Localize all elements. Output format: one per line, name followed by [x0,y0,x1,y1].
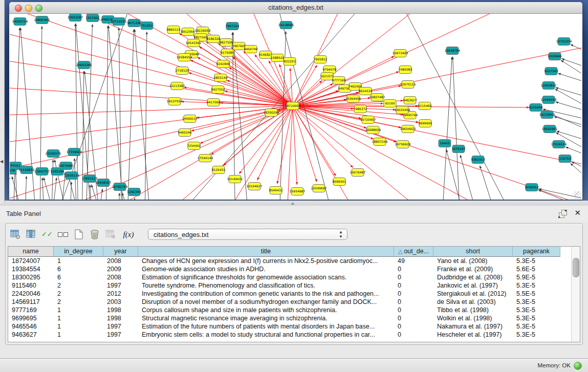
graph-node[interactable]: 9361913 [471,156,485,164]
graph-node[interactable]: 15954987 [290,188,306,195]
graph-node[interactable]: 39158 [10,167,16,174]
graph-node[interactable]: 16648784 [445,47,461,55]
column-header-year[interactable]: year [103,247,138,257]
graph-node[interactable]: 8624534 [359,87,373,95]
graph-node[interactable]: 2718120 [176,67,189,75]
graph-node[interactable]: 9860123 [167,26,181,34]
citation-network-graph[interactable]: 1405572420891406106532871527602946616010… [10,14,581,200]
graph-node[interactable]: 62160 [384,100,396,107]
divider-grip-icon[interactable] [291,202,295,205]
graph-node[interactable]: 18300295 [264,109,279,117]
graph-node[interactable]: 10973493 [393,50,408,57]
column-header-title[interactable]: title [138,247,394,257]
delete-column-icon[interactable] [89,229,100,240]
graph-node[interactable]: 19654923 [400,125,416,133]
graph-node[interactable]: 10164627 [247,183,263,190]
graph-node[interactable]: 832203 [284,58,296,65]
graph-node[interactable]: 8186328 [207,35,221,43]
graph-node[interactable]: 8549432 [269,187,283,194]
row-height-icon[interactable] [57,229,69,240]
network-canvas[interactable]: 1405572420891406106532871527602946616010… [10,14,582,200]
graph-node[interactable]: 22049697 [311,185,327,192]
show-columns-icon[interactable] [26,229,37,240]
graph-node[interactable]: 12444158 [541,96,557,104]
table-row[interactable]: 946362711997Embryonic stem cells: a mode… [8,331,572,339]
table-row[interactable]: 969969511998Structural magnetic resonanc… [8,314,572,322]
graph-node[interactable]: 17359924 [67,148,82,156]
graph-node[interactable]: 10543392 [186,39,202,47]
graph-node[interactable]: 12093832 [541,82,557,90]
column-header-out-de-[interactable]: △out_de... [394,247,433,257]
graph-node[interactable]: 9227343 [545,68,558,75]
float-panel-icon[interactable] [558,210,567,218]
graph-node[interactable]: 9242848 [216,60,230,68]
graph-node[interactable]: 15692951 [542,125,558,133]
graph-node[interactable]: 19756928 [395,141,411,148]
graph-node[interactable]: 15720407 [360,116,376,124]
memory-status-indicator[interactable] [574,362,582,370]
graph-node[interactable]: 12942757 [34,168,50,176]
scrollbar-thumb[interactable] [573,258,579,277]
collapse-left-arrow-icon[interactable]: ◀ [0,159,3,164]
graph-node[interactable]: 7955812 [314,56,328,63]
graph-node[interactable]: 8454749 [244,46,258,53]
graph-node[interactable]: 751552 [141,22,153,30]
column-header-in-degree[interactable]: in_degree [54,247,103,257]
graph-node[interactable]: 19218586 [278,21,294,29]
graph-node[interactable]: 9463627 [403,97,417,104]
window-resize-grip[interactable] [574,191,581,199]
table-row[interactable]: 1830029562008Estimation of significance … [8,273,572,281]
table-row[interactable]: 977716911998Corpus callosum shape and si… [8,306,572,314]
graph-node[interactable]: 12975115 [400,81,416,89]
graph-node[interactable]: 8126451 [212,166,226,174]
graph-node[interactable]: 1679197 [452,145,466,153]
graph-node[interactable]: 11156832 [19,166,35,174]
graph-node[interactable]: 7957224 [226,23,239,30]
column-header-short[interactable]: short [433,247,513,257]
vertical-scrollbar[interactable] [571,247,580,342]
select-all-icon[interactable]: ✓✓ [41,229,53,240]
table-row[interactable]: 911546021997Tourette syndrome. Phenomeno… [8,281,572,290]
graph-node[interactable]: 7485083 [399,66,412,74]
graph-node[interactable]: 14055724 [12,18,28,26]
graph-node[interactable]: 12213387 [169,82,185,90]
graph-node[interactable]: 9827508 [220,39,233,47]
graph-node[interactable]: 10975487 [58,162,74,170]
table-row[interactable]: 1456911722003Disruption of a novel membe… [8,298,572,306]
graph-node[interactable]: 18724007 [285,102,301,110]
function-builder-icon[interactable]: f(x) [121,229,136,240]
graph-node[interactable]: 15751074 [556,38,572,46]
graph-node[interactable]: 9465546 [178,129,192,137]
column-header-name[interactable]: name [8,247,54,257]
graph-node[interactable]: 9115460 [418,102,432,110]
window-titlebar[interactable]: citations_edges.txt [9,2,582,14]
graph-node[interactable]: 10807487 [369,94,385,101]
graph-node[interactable]: 1527602 [86,14,100,22]
graph-node[interactable]: 10688609 [365,126,381,134]
graph-node[interactable]: 8912954 [181,28,195,36]
graph-node[interactable]: 7254402 [187,142,201,150]
graph-node[interactable]: 16210643 [539,111,555,119]
graph-node[interactable]: 9329966 [548,53,562,60]
graph-node[interactable]: 1588520 [271,54,285,62]
graph-node[interactable]: 10958167 [96,179,112,187]
graph-node[interactable]: 20364456 [345,95,361,103]
graph-node[interactable]: 15149431 [227,176,243,183]
graph-node[interactable]: 16403 [439,140,451,147]
table-mode-icon[interactable] [10,229,21,240]
graph-node[interactable]: 20206576 [46,150,61,158]
graph-node[interactable]: 10025458 [395,106,410,114]
graph-node[interactable]: 10719155 [111,18,127,26]
graph-node[interactable]: 8096951 [333,178,346,186]
table-row[interactable]: 946554611997Estimation of the future num… [8,322,572,331]
graph-node[interactable]: 9245012 [525,184,539,191]
graph-node[interactable]: 8427552 [211,86,225,94]
graph-node[interactable]: 9699695 [419,120,432,127]
create-column-icon[interactable] [73,229,84,240]
graph-node[interactable]: 9671338 [127,19,141,27]
graph-node[interactable]: 20891406 [34,16,50,24]
graph-node[interactable]: 116753 [559,155,571,163]
graph-node[interactable]: 18107554 [167,98,183,105]
graph-node[interactable]: 17594149 [198,155,213,162]
graph-node[interactable]: 12505135 [64,172,80,180]
